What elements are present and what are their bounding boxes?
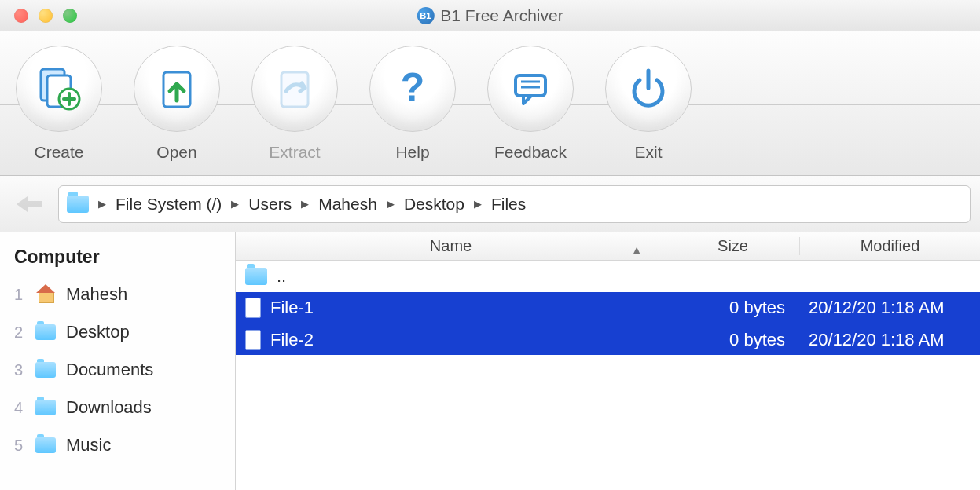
extract-button: Extract [236, 46, 354, 162]
file-name: .. [277, 266, 286, 287]
folder-icon [67, 196, 89, 213]
sidebar-item-number: 4 [14, 399, 25, 417]
sidebar-item-number: 1 [14, 286, 25, 304]
back-button[interactable] [9, 195, 49, 214]
breadcrumb-segment[interactable]: File System (/) [116, 195, 222, 214]
sidebar-item-label: Music [66, 435, 111, 455]
folder-icon [245, 268, 267, 285]
folder-icon [35, 400, 57, 415]
window-title: B1 B1 Free Archiver [417, 6, 563, 25]
file-row[interactable]: File-1 0 bytes 20/12/20 1:18 AM [236, 292, 980, 324]
file-row[interactable]: File-2 0 bytes 20/12/20 1:18 AM [236, 324, 980, 355]
titlebar: B1 B1 Free Archiver [0, 0, 980, 31]
breadcrumb-segment[interactable]: Users [248, 195, 292, 214]
path-box: ▶ File System (/) ▶ Users ▶ Mahesh ▶ Des… [58, 185, 971, 223]
folder-icon [35, 437, 57, 453]
sidebar-item-label: Desktop [66, 322, 130, 342]
file-size: 0 bytes [666, 298, 799, 318]
breadcrumb-segment[interactable]: Desktop [404, 195, 464, 214]
extract-icon [251, 46, 338, 132]
feedback-button[interactable]: Feedback [472, 46, 589, 162]
column-name[interactable]: Name ▲ [236, 237, 666, 255]
sort-ascending-icon: ▲ [631, 243, 642, 256]
close-window-button[interactable] [14, 9, 28, 23]
feedback-label: Feedback [494, 143, 567, 162]
sidebar: Computer 1 Mahesh 2 Desktop 3 Documents … [0, 232, 236, 490]
breadcrumb-segment[interactable]: Mahesh [318, 195, 377, 214]
sidebar-title: Computer [0, 243, 235, 276]
svg-rect-8 [516, 75, 545, 96]
sidebar-item-number: 3 [14, 361, 25, 379]
svg-text:?: ? [401, 65, 425, 109]
column-size[interactable]: Size [666, 237, 799, 255]
create-icon [16, 46, 102, 132]
file-modified: 20/12/20 1:18 AM [799, 298, 980, 318]
sidebar-item-mahesh[interactable]: 1 Mahesh [0, 276, 235, 313]
zoom-window-button[interactable] [63, 9, 77, 23]
sidebar-item-desktop[interactable]: 2 Desktop [0, 313, 235, 351]
column-headers: Name ▲ Size Modified [236, 232, 980, 261]
file-icon [245, 330, 261, 350]
minimize-window-button[interactable] [39, 9, 53, 23]
sidebar-item-music[interactable]: 5 Music [0, 426, 235, 464]
window-controls [0, 9, 77, 23]
chevron-right-icon: ▶ [228, 198, 242, 210]
home-icon [35, 286, 57, 303]
sidebar-item-label: Documents [66, 360, 153, 380]
toolbar: Create Open Extract ? Help [0, 31, 980, 176]
column-name-label: Name [430, 237, 472, 254]
sidebar-item-downloads[interactable]: 4 Downloads [0, 389, 235, 426]
file-size: 0 bytes [666, 330, 799, 350]
folder-icon [35, 324, 57, 340]
help-label: Help [395, 143, 429, 162]
create-button[interactable]: Create [0, 46, 118, 162]
sidebar-item-number: 5 [14, 437, 25, 455]
feedback-icon [487, 46, 574, 132]
chevron-right-icon: ▶ [384, 198, 398, 210]
sidebar-item-number: 2 [14, 324, 25, 342]
app-title-text: B1 Free Archiver [440, 6, 563, 25]
file-name: File-2 [270, 330, 314, 350]
chevron-right-icon: ▶ [95, 198, 109, 210]
open-label: Open [156, 143, 196, 162]
chevron-right-icon: ▶ [298, 198, 312, 210]
app-badge-icon: B1 [417, 7, 434, 24]
extract-label: Extract [269, 143, 320, 162]
sidebar-item-label: Downloads [66, 397, 152, 418]
sidebar-item-label: Mahesh [66, 284, 127, 305]
help-icon: ? [369, 46, 456, 132]
open-icon [134, 46, 220, 132]
file-rows: .. File-1 0 bytes 20/12/20 1:18 AM File-… [236, 261, 980, 490]
exit-label: Exit [634, 143, 662, 162]
file-row-parent[interactable]: .. [236, 261, 980, 292]
file-modified: 20/12/20 1:18 AM [799, 330, 980, 350]
help-button[interactable]: ? Help [354, 46, 472, 162]
file-icon [245, 298, 261, 318]
main-area: Computer 1 Mahesh 2 Desktop 3 Documents … [0, 232, 980, 490]
breadcrumb-bar: ▶ File System (/) ▶ Users ▶ Mahesh ▶ Des… [0, 176, 980, 232]
file-pane: Name ▲ Size Modified .. File-1 0 byt [236, 232, 980, 490]
chevron-right-icon: ▶ [471, 198, 485, 210]
folder-icon [35, 362, 57, 378]
breadcrumb-segment[interactable]: Files [491, 195, 526, 214]
file-name: File-1 [270, 298, 314, 318]
open-button[interactable]: Open [118, 46, 236, 162]
exit-button[interactable]: Exit [589, 46, 707, 162]
sidebar-item-documents[interactable]: 3 Documents [0, 351, 235, 389]
column-modified[interactable]: Modified [799, 237, 980, 255]
create-label: Create [34, 143, 83, 162]
exit-icon [605, 46, 692, 132]
